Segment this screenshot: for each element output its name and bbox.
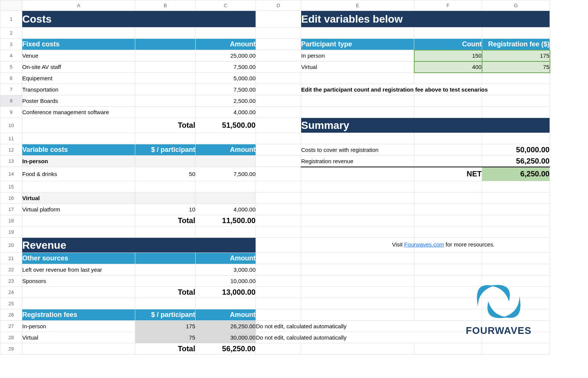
cell-E8[interactable] <box>301 95 414 107</box>
row-header-16[interactable]: 16 <box>0 193 22 204</box>
cell-B11[interactable] <box>135 133 196 144</box>
fixed-cost-name[interactable]: Equipement <box>22 73 135 84</box>
cell-D16[interactable] <box>256 193 301 204</box>
summary-title[interactable]: Summary <box>301 118 550 133</box>
cell-E21[interactable] <box>301 253 414 264</box>
cell-D15[interactable] <box>256 181 301 193</box>
fixed-costs-header[interactable]: Fixed costs <box>22 39 135 50</box>
cell-B21[interactable] <box>135 253 196 264</box>
cell-D17[interactable] <box>256 204 301 215</box>
cell-B3[interactable] <box>135 39 196 50</box>
virtual-platform-amount[interactable]: 4,000.00 <box>196 204 256 215</box>
row-header-8[interactable]: 8 <box>0 95 22 107</box>
row-header-28[interactable]: 28 <box>0 332 22 343</box>
cell-G21[interactable] <box>482 253 550 264</box>
costs-title[interactable]: Costs <box>22 11 256 28</box>
participant-type-header[interactable]: Participant type <box>301 39 414 50</box>
variable-total-label[interactable]: Total <box>135 215 196 226</box>
reg-per-header[interactable]: $ / participant <box>135 309 196 321</box>
row-header-23[interactable]: 23 <box>0 275 22 287</box>
cell-A29[interactable] <box>22 343 135 355</box>
reg-rev-value[interactable]: 56,250.00 <box>482 156 550 167</box>
cell-D26[interactable] <box>256 309 301 321</box>
reg-virtual-per[interactable]: 75 <box>135 332 196 343</box>
cell-G11[interactable] <box>482 133 550 144</box>
cell-B5[interactable] <box>135 61 196 73</box>
row-header-15[interactable]: 15 <box>0 181 22 193</box>
reg-fee-header[interactable]: Registration fee ($) <box>482 39 550 50</box>
cell-A10[interactable] <box>22 118 135 133</box>
cell-G15[interactable] <box>482 181 550 193</box>
cell-D25[interactable] <box>256 298 301 309</box>
fixed-cost-amount[interactable]: 7,500.00 <box>196 61 256 73</box>
select-all-corner[interactable] <box>0 0 22 11</box>
cell-B4[interactable] <box>135 50 196 61</box>
cell-B7[interactable] <box>135 84 196 95</box>
cell-F18[interactable] <box>414 215 482 226</box>
cell-D6[interactable] <box>256 73 301 84</box>
cell-F19[interactable] <box>414 226 482 238</box>
fixed-cost-name[interactable]: Conference management software <box>22 107 135 118</box>
inperson-count-input[interactable]: 150 <box>414 50 482 61</box>
cell-F21[interactable] <box>414 253 482 264</box>
row-header-26[interactable]: 26 <box>0 309 22 321</box>
cell-G22[interactable] <box>482 264 550 275</box>
cell-D1[interactable] <box>256 11 301 28</box>
col-header-C[interactable]: C <box>196 0 256 11</box>
reg-inperson-label[interactable]: In-person <box>22 321 135 332</box>
row-header-10[interactable]: 10 <box>0 118 22 133</box>
cell-B9[interactable] <box>135 107 196 118</box>
col-header-F[interactable]: F <box>414 0 482 11</box>
cell-F8[interactable] <box>414 95 482 107</box>
row-header-6[interactable]: 6 <box>0 73 22 84</box>
sponsors-amount[interactable]: 10,000.00 <box>196 275 256 287</box>
cell-E23[interactable] <box>301 275 414 287</box>
cell-B23[interactable] <box>135 275 196 287</box>
cell-D7[interactable] <box>256 84 301 95</box>
cell-D12[interactable] <box>256 144 301 156</box>
cell-B6[interactable] <box>135 73 196 84</box>
cell-G9[interactable] <box>482 107 550 118</box>
cell-F6[interactable] <box>414 73 482 84</box>
row-header-7[interactable]: 7 <box>0 84 22 95</box>
cell-G19[interactable] <box>482 226 550 238</box>
cell-D11[interactable] <box>256 133 301 144</box>
cell-G29[interactable] <box>482 343 550 355</box>
cell-A24[interactable] <box>22 287 135 298</box>
cell-D24[interactable] <box>256 287 301 298</box>
costs-cover-value[interactable]: 50,000.00 <box>482 144 550 156</box>
fixed-total-value[interactable]: 51,500.00 <box>196 118 256 133</box>
other-sources-header[interactable]: Other sources <box>22 253 135 264</box>
col-header-E[interactable]: E <box>301 0 414 11</box>
cell-E6[interactable] <box>301 73 414 84</box>
count-header[interactable]: Count <box>414 39 482 50</box>
virtual-fee-input[interactable]: 75 <box>482 61 550 73</box>
cell-E26[interactable] <box>301 309 414 321</box>
cell-D23[interactable] <box>256 275 301 287</box>
cell-F2[interactable] <box>414 28 482 39</box>
fourwaves-link[interactable]: Fourwaves.com <box>404 241 444 248</box>
cell-E15[interactable] <box>301 181 414 193</box>
reg-inperson-per[interactable]: 175 <box>135 321 196 332</box>
cell-C15[interactable] <box>196 181 256 193</box>
fixed-cost-amount[interactable]: 4,000.00 <box>196 107 256 118</box>
net-value[interactable]: 6,250.00 <box>482 167 550 181</box>
reg-inperson-amount[interactable]: 26,250.00 <box>196 321 256 332</box>
variable-costs-header[interactable]: Variable costs <box>22 144 135 156</box>
col-header-B[interactable]: B <box>135 0 196 11</box>
participant-virtual[interactable]: Virtual <box>301 61 414 73</box>
virtual-platform-per[interactable]: 10 <box>135 204 196 215</box>
var-amount-header[interactable]: Amount <box>196 144 256 156</box>
cell-D3[interactable] <box>256 39 301 50</box>
cell-D19[interactable] <box>256 226 301 238</box>
cell-C16[interactable] <box>196 193 256 204</box>
cell-C11[interactable] <box>196 133 256 144</box>
row-header-2[interactable]: 2 <box>0 28 22 39</box>
cell-E24[interactable] <box>301 287 414 298</box>
row-header-9[interactable]: 9 <box>0 107 22 118</box>
cell-B13[interactable] <box>135 156 196 167</box>
cell-E29[interactable] <box>301 343 414 355</box>
cell-G8[interactable] <box>482 95 550 107</box>
cell-E9[interactable] <box>301 107 414 118</box>
fixed-total-label[interactable]: Total <box>135 118 196 133</box>
